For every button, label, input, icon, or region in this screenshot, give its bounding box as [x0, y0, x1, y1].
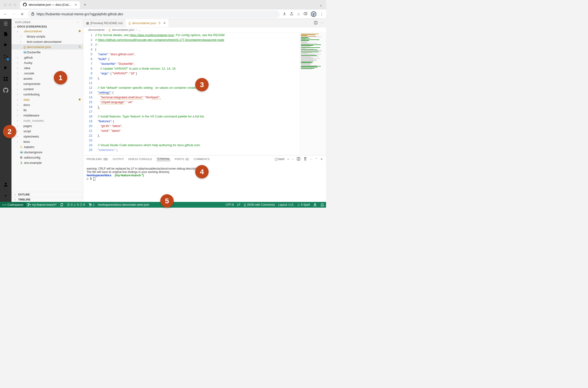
annotation-2: 2 — [3, 125, 16, 138]
tab-debug-console[interactable]: DEBUG CONSOLE — [128, 158, 152, 161]
notifications-icon[interactable] — [320, 203, 324, 207]
editor-tab[interactable]: {}devcontainer.json5✕ — [125, 19, 169, 27]
branch-indicator[interactable]: my-feature-branch* — [27, 203, 57, 207]
editor-tab[interactable]: ▦[Preview] README.md — [83, 19, 125, 27]
source-control-icon[interactable]: 1 — [3, 54, 8, 60]
folder-item[interactable]: ⌄.devcontainer — [11, 28, 83, 34]
file-item[interactable]: B.babelrc — [11, 144, 83, 149]
folder-item[interactable]: ›.github — [11, 55, 83, 60]
maximize-panel-icon[interactable]: ⌃ — [315, 158, 318, 161]
file-item[interactable]: {}devcontainer.json5 — [11, 44, 83, 49]
codespaces-button[interactable]: ⟷Codespaces — [0, 202, 26, 207]
github-icon[interactable] — [3, 88, 8, 94]
new-tab-button[interactable]: + — [82, 2, 88, 7]
editor-tabs: ▦[Preview] README.md{}devcontainer.json5… — [83, 19, 326, 27]
file-item[interactable]: $.env.example — [11, 160, 83, 165]
tab-comments[interactable]: COMMENTS — [194, 158, 210, 161]
vscode-app: ☰ 1 EXPLORER ··· ⌄ DOCS [CODESPACES] ⌄.d… — [0, 19, 326, 202]
workspace-name: DOCS [CODESPACES] — [17, 25, 47, 28]
spell-check[interactable]: ⚠ 6 Spell — [297, 203, 310, 206]
folder-item[interactable]: ›contributing — [11, 92, 83, 97]
tab-ports[interactable]: PORTS1 — [175, 158, 189, 161]
profile-avatar[interactable] — [311, 11, 317, 17]
breadcrumb-item[interactable]: ... — [138, 28, 140, 32]
bookmark-icon[interactable]: ☆ — [297, 12, 300, 17]
chevron-down-icon[interactable]: ⌄ — [292, 158, 294, 161]
folder-item[interactable]: ›script — [11, 128, 83, 134]
eol[interactable]: LF — [237, 203, 240, 206]
folder-item[interactable]: ›stylesheets — [11, 134, 83, 139]
folder-item[interactable]: ›test-custom-devcontainer — [11, 39, 83, 44]
tab-problems[interactable]: PROBLEMS11 — [87, 158, 108, 161]
folder-item[interactable]: ›.husky — [11, 60, 83, 65]
bottom-panel: PROBLEMS11 OUTPUT DEBUG CONSOLE TERMINAL… — [83, 155, 326, 202]
split-editor-icon[interactable] — [314, 21, 318, 25]
browser-chrome: devcontainer.json — docs [Cod… ✕ + ⌄ ← →… — [0, 0, 326, 19]
shell-label[interactable]: >bash — [275, 157, 284, 161]
folder-item[interactable]: ›node_modules — [11, 118, 83, 123]
new-terminal-icon[interactable]: + — [287, 158, 289, 161]
address-bar[interactable]: https://hubwriter-musical-meme-grx7rggrj… — [27, 11, 280, 18]
folder-item[interactable]: ›lib — [11, 107, 83, 113]
sidebar-toggle-icon[interactable] — [304, 12, 307, 17]
back-button[interactable]: ← — [2, 11, 8, 17]
folder-item[interactable]: ›pages — [11, 123, 83, 128]
ports-indicator[interactable]: 📡 1 — [89, 203, 95, 206]
folder-item[interactable]: ›middleware — [11, 113, 83, 118]
tab-output[interactable]: OUTPUT — [113, 158, 124, 161]
workspace-header[interactable]: ⌄ DOCS [CODESPACES] — [11, 25, 83, 28]
folder-item[interactable]: ›content — [11, 86, 83, 92]
browser-tab[interactable]: devcontainer.json — docs [Cod… ✕ — [20, 1, 80, 9]
outline-section[interactable]: ›OUTLINE — [11, 192, 83, 197]
more-icon[interactable]: ··· — [76, 21, 79, 24]
forward-button[interactable]: → — [11, 11, 17, 17]
svg-line-4 — [6, 46, 8, 47]
breadcrumb-item[interactable]: .devcontainer — [88, 28, 105, 32]
more-icon[interactable]: ··· — [320, 21, 323, 25]
close-panel-icon[interactable]: ✕ — [320, 158, 323, 161]
folder-item[interactable]: ›assets — [11, 76, 83, 81]
run-debug-icon[interactable] — [3, 65, 8, 72]
file-item[interactable]: 🐳Dockerfile — [11, 49, 83, 55]
breadcrumb[interactable]: .devcontainer › {} devcontainer.json › .… — [83, 27, 326, 33]
svg-point-22 — [314, 204, 316, 205]
folder-item[interactable]: ›.idea — [11, 65, 83, 71]
sync-button[interactable] — [60, 203, 64, 207]
window-controls[interactable] — [2, 3, 18, 6]
file-item[interactable]: 🐳.dockerignore — [11, 149, 83, 155]
tab-terminal[interactable]: TERMINAL — [156, 157, 170, 161]
accounts-icon[interactable] — [3, 182, 8, 188]
folder-item[interactable]: ›components — [11, 81, 83, 86]
close-icon[interactable]: ✕ — [75, 3, 77, 6]
timeline-section[interactable]: ›TIMELINE — [11, 197, 83, 202]
folder-item[interactable]: ›library-scripts — [11, 34, 83, 39]
minimap[interactable] — [300, 33, 326, 155]
errors-warnings[interactable]: ⓧ 0 ⚠ 5 ⓘ 6 — [67, 203, 85, 207]
folder-item[interactable]: ›docs — [11, 102, 83, 107]
download-icon[interactable] — [283, 12, 286, 17]
annotation-4: 4 — [195, 165, 209, 178]
reload-button[interactable]: ✕ — [20, 11, 25, 18]
share-icon[interactable] — [290, 12, 294, 17]
folder-item[interactable]: ›tests — [11, 139, 83, 144]
menu-icon[interactable]: ☰ — [3, 21, 8, 26]
extensions-icon[interactable] — [3, 76, 8, 83]
menu-icon[interactable]: ⋮ — [320, 12, 324, 17]
folder-item[interactable]: ›.vscode — [11, 71, 83, 76]
file-path[interactable]: /workspaces/docs/.devcontain ainer.json — [98, 203, 222, 206]
more-icon[interactable]: ··· — [310, 158, 312, 161]
breadcrumb-item[interactable]: devcontainer.json — [112, 28, 134, 32]
code-editor[interactable]: 1234567891011121314151617181920212223242… — [83, 33, 326, 155]
split-terminal-icon[interactable] — [297, 157, 300, 161]
keyboard-layout[interactable]: Layout: U.S. — [278, 203, 294, 206]
trash-icon[interactable] — [303, 157, 307, 161]
folder-item[interactable]: ›data — [11, 97, 83, 102]
search-icon[interactable] — [3, 43, 8, 49]
explorer-icon[interactable] — [3, 31, 8, 38]
feedback-icon[interactable] — [313, 203, 317, 207]
settings-gear-icon[interactable] — [3, 193, 8, 199]
chevron-down-icon[interactable]: ⌄ — [319, 3, 324, 7]
encoding[interactable]: UTF-8 — [226, 203, 234, 206]
language-mode[interactable]: {} JSON with Comments — [244, 203, 275, 206]
file-item[interactable]: ⚙.editorconfig — [11, 155, 83, 160]
